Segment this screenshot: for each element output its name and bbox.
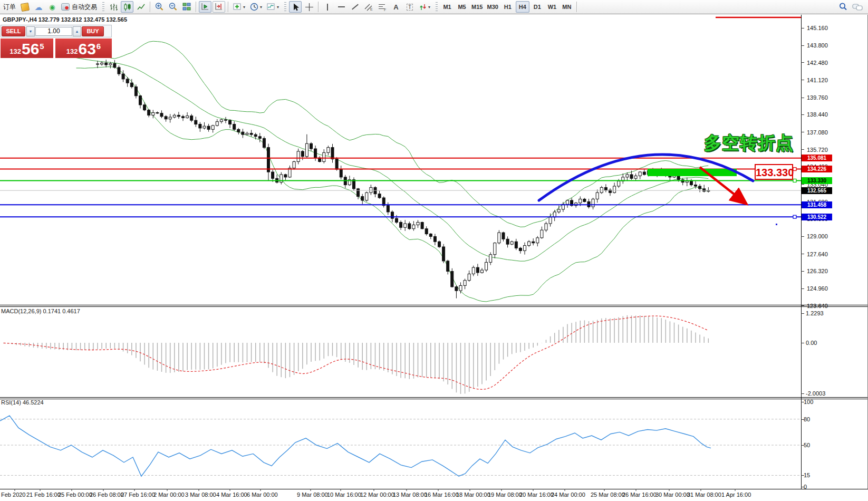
timeframe-button-m1[interactable]: M1: [440, 1, 454, 13]
time-axis-label: 25 Feb 00:00: [58, 492, 92, 498]
toolbar-grip[interactable]: [436, 2, 438, 12]
trendline-tool-button[interactable]: [349, 1, 361, 13]
price-line-label[interactable]: 131.458: [802, 201, 832, 208]
candle: [630, 175, 633, 178]
time-axis-label: 3 Mar 08:00: [185, 492, 216, 498]
time-axis-label: 21 Feb 16:00: [26, 492, 61, 498]
candle: [609, 190, 612, 192]
dropdown-caret-icon[interactable]: ▾: [277, 5, 279, 9]
dropdown-caret-icon[interactable]: ▾: [428, 5, 430, 9]
price-callout-box[interactable]: 133.330: [755, 164, 793, 180]
trade-controls-row: SELL ▼ ▲ BUY: [1, 25, 112, 37]
timeframe-button-d1[interactable]: D1: [531, 1, 544, 13]
search-icon: [838, 2, 848, 12]
signals-button[interactable]: ◉: [46, 1, 59, 13]
bid-price-box[interactable]: 132 56 5: [1, 38, 53, 58]
zoom-in-button[interactable]: [153, 1, 166, 13]
rsi-axis-label: 0: [804, 484, 807, 490]
timeframe-button-m15[interactable]: M15: [470, 1, 484, 13]
zoom-out-button[interactable]: [167, 1, 179, 13]
crosshair-tool-button[interactable]: [303, 1, 315, 13]
time-axis-label: 18 Mar 00:00: [456, 492, 490, 498]
volume-input[interactable]: [35, 27, 72, 36]
chat-button[interactable]: [851, 1, 864, 13]
line-handle[interactable]: [793, 215, 796, 218]
rsi-axis-label: 15: [804, 472, 810, 478]
cloud-icon: ☁: [35, 3, 43, 11]
autotrading-button[interactable]: 自动交易: [60, 1, 99, 13]
price-tick-label: 143.800: [807, 42, 828, 49]
candle: [536, 238, 539, 243]
search-button[interactable]: [837, 1, 850, 13]
text-label-tool-button[interactable]: T: [403, 1, 416, 13]
timeframe-button-m30[interactable]: M30: [485, 1, 499, 13]
candle: [587, 201, 590, 207]
candle: [199, 124, 201, 128]
price-line-label[interactable]: 132.565: [802, 187, 832, 194]
periods-button[interactable]: ▾: [248, 1, 264, 13]
timeframe-button-w1[interactable]: W1: [545, 1, 559, 13]
buy-button[interactable]: BUY: [82, 26, 104, 36]
price-tick-mark: [801, 28, 804, 28]
price-tick-mark: [801, 305, 804, 306]
volume-decrease-button[interactable]: ▼: [26, 26, 35, 36]
arrows-tool-button[interactable]: ▾: [417, 1, 432, 13]
chart-canvas[interactable]: [0, 0, 868, 501]
candle: [118, 68, 120, 74]
price-line-label[interactable]: 130.522: [802, 214, 832, 220]
candle: [421, 223, 423, 229]
chart-shift-button[interactable]: [213, 1, 225, 13]
dropdown-caret-icon[interactable]: ▾: [260, 5, 262, 9]
candle: [476, 267, 479, 273]
candle: [647, 171, 650, 175]
toolbar-grip[interactable]: [284, 2, 286, 12]
turning-point-annotation[interactable]: 多空转折点: [701, 131, 794, 155]
price-line-label[interactable]: 135.081: [802, 155, 832, 161]
ask-price-box[interactable]: 132 63 6: [55, 38, 112, 58]
candle: [237, 129, 240, 132]
orders-button[interactable]: 订单: [2, 1, 17, 13]
candle: [425, 229, 428, 234]
auto-scroll-button[interactable]: [199, 1, 211, 13]
timeframe-button-h1[interactable]: H1: [501, 1, 515, 13]
toolbar-separator: [576, 2, 577, 12]
price-line-label[interactable]: 133.330: [802, 177, 832, 184]
timeframe-button-m5[interactable]: M5: [455, 1, 469, 13]
sell-button[interactable]: SELL: [2, 26, 25, 36]
price-tick-mark: [801, 149, 804, 150]
candle: [122, 74, 124, 79]
candle: [510, 242, 513, 244]
bar-chart-mode-button[interactable]: [107, 1, 120, 13]
cursor-tool-button[interactable]: [289, 1, 302, 13]
candle: [152, 113, 155, 115]
candle: [97, 64, 99, 64]
price-tick-mark: [801, 98, 804, 98]
time-axis-label: 19 Mar 08:00: [488, 492, 522, 498]
new-order-button[interactable]: [18, 1, 31, 13]
tile-windows-button[interactable]: [180, 1, 193, 13]
toolbar-grip[interactable]: [102, 2, 104, 12]
volume-increase-button[interactable]: ▲: [73, 26, 81, 36]
timeframe-button-h4[interactable]: H4: [516, 1, 529, 13]
candle-chart-mode-button[interactable]: [121, 1, 133, 13]
red-arrow-annotation[interactable]: [700, 167, 747, 204]
candle: [134, 87, 137, 96]
candle: [681, 180, 684, 182]
candle: [656, 172, 659, 173]
line-chart-mode-button[interactable]: [134, 1, 147, 13]
horizontal-line-tool-button[interactable]: [335, 1, 348, 13]
candle: [374, 187, 377, 194]
green-highlight-bar[interactable]: [648, 169, 737, 176]
candle: [408, 224, 411, 229]
market-watch-button[interactable]: ☁: [32, 1, 45, 13]
price-line-label[interactable]: 134.226: [802, 166, 832, 172]
text-tool-button[interactable]: A: [390, 1, 402, 13]
timeframe-button-mn[interactable]: MN: [560, 1, 574, 13]
indicators-button[interactable]: ▾: [231, 1, 247, 13]
dropdown-caret-icon[interactable]: ▾: [243, 5, 245, 9]
templates-button[interactable]: ▾: [265, 1, 281, 13]
vertical-line-tool-button[interactable]: [321, 1, 334, 13]
blue-arc-annotation[interactable]: [539, 155, 753, 200]
channel-tool-button[interactable]: E: [362, 1, 375, 13]
fibonacci-tool-button[interactable]: F: [376, 1, 389, 13]
